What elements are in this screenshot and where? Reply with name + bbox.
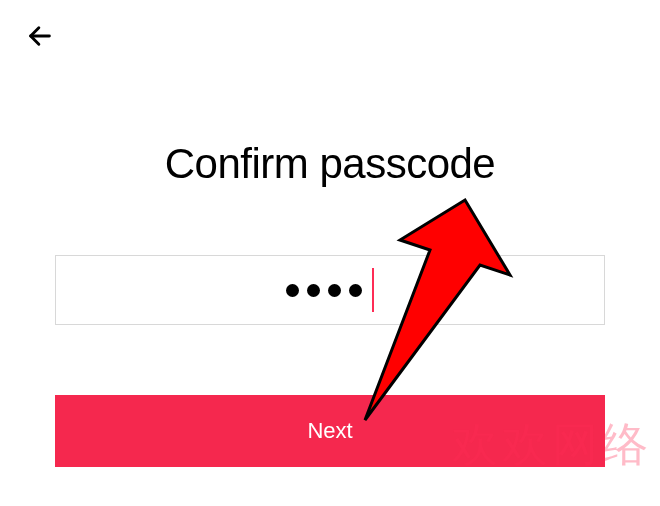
page-title: Confirm passcode <box>0 140 660 188</box>
passcode-dot <box>286 284 299 297</box>
next-button-label: Next <box>307 418 352 444</box>
passcode-input[interactable] <box>55 255 605 325</box>
passcode-dot <box>349 284 362 297</box>
next-button[interactable]: Next <box>55 395 605 467</box>
passcode-dots <box>286 268 374 312</box>
back-button[interactable] <box>20 18 60 58</box>
text-cursor <box>372 268 374 312</box>
passcode-dot <box>328 284 341 297</box>
arrow-left-icon <box>26 22 54 54</box>
passcode-dot <box>307 284 320 297</box>
